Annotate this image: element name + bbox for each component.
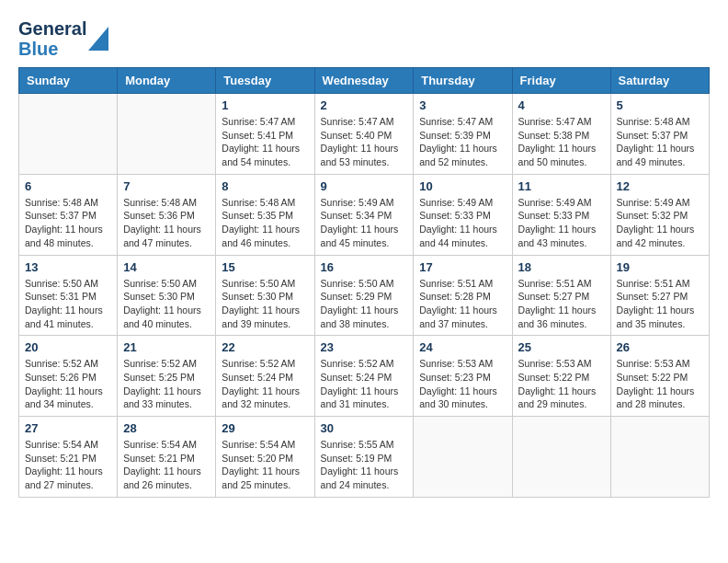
calendar-cell: 5Sunrise: 5:48 AMSunset: 5:37 PMDaylight… <box>610 94 709 175</box>
calendar-cell: 11Sunrise: 5:49 AMSunset: 5:33 PMDayligh… <box>512 174 610 255</box>
calendar-week-row: 13Sunrise: 5:50 AMSunset: 5:31 PMDayligh… <box>19 255 710 336</box>
day-number: 26 <box>617 340 703 354</box>
calendar-cell: 23Sunrise: 5:52 AMSunset: 5:24 PMDayligh… <box>314 336 414 417</box>
cell-info: Sunrise: 5:51 AMSunset: 5:27 PMDaylight:… <box>518 277 605 331</box>
day-number: 13 <box>25 260 111 274</box>
calendar-cell: 17Sunrise: 5:51 AMSunset: 5:28 PMDayligh… <box>414 255 512 336</box>
day-number: 14 <box>123 260 210 274</box>
calendar-cell: 9Sunrise: 5:49 AMSunset: 5:34 PMDaylight… <box>314 174 414 255</box>
calendar-cell <box>610 417 709 498</box>
day-number: 17 <box>419 260 506 274</box>
day-number: 18 <box>518 260 605 274</box>
cell-info: Sunrise: 5:53 AMSunset: 5:22 PMDaylight:… <box>518 357 605 411</box>
calendar-week-row: 1Sunrise: 5:47 AMSunset: 5:41 PMDaylight… <box>19 94 710 175</box>
calendar-cell: 7Sunrise: 5:48 AMSunset: 5:36 PMDaylight… <box>118 174 216 255</box>
calendar-cell: 21Sunrise: 5:52 AMSunset: 5:25 PMDayligh… <box>118 336 216 417</box>
cell-info: Sunrise: 5:53 AMSunset: 5:22 PMDaylight:… <box>617 357 703 411</box>
cell-info: Sunrise: 5:54 AMSunset: 5:21 PMDaylight:… <box>25 438 111 492</box>
day-number: 24 <box>419 340 506 354</box>
calendar-cell: 4Sunrise: 5:47 AMSunset: 5:38 PMDaylight… <box>512 94 610 175</box>
day-number: 9 <box>321 179 408 193</box>
cell-info: Sunrise: 5:48 AMSunset: 5:35 PMDaylight:… <box>222 196 308 250</box>
day-number: 28 <box>123 421 210 435</box>
cell-info: Sunrise: 5:47 AMSunset: 5:39 PMDaylight:… <box>419 115 506 169</box>
calendar-cell: 20Sunrise: 5:52 AMSunset: 5:26 PMDayligh… <box>19 336 118 417</box>
cell-info: Sunrise: 5:52 AMSunset: 5:24 PMDaylight:… <box>222 357 308 411</box>
day-number: 12 <box>617 179 703 193</box>
calendar-cell: 18Sunrise: 5:51 AMSunset: 5:27 PMDayligh… <box>512 255 610 336</box>
day-number: 7 <box>123 179 210 193</box>
calendar-cell: 30Sunrise: 5:55 AMSunset: 5:19 PMDayligh… <box>314 417 414 498</box>
col-header-wednesday: Wednesday <box>314 68 414 94</box>
calendar-cell: 12Sunrise: 5:49 AMSunset: 5:32 PMDayligh… <box>610 174 709 255</box>
calendar-cell: 25Sunrise: 5:53 AMSunset: 5:22 PMDayligh… <box>512 336 610 417</box>
col-header-tuesday: Tuesday <box>216 68 314 94</box>
calendar-cell: 27Sunrise: 5:54 AMSunset: 5:21 PMDayligh… <box>19 417 118 498</box>
day-number: 4 <box>518 98 605 112</box>
day-number: 2 <box>321 98 408 112</box>
calendar-cell <box>118 94 216 175</box>
calendar-cell: 28Sunrise: 5:54 AMSunset: 5:21 PMDayligh… <box>118 417 216 498</box>
svg-marker-0 <box>88 27 108 51</box>
col-header-thursday: Thursday <box>414 68 512 94</box>
cell-info: Sunrise: 5:52 AMSunset: 5:25 PMDaylight:… <box>123 357 210 411</box>
calendar-cell: 26Sunrise: 5:53 AMSunset: 5:22 PMDayligh… <box>610 336 709 417</box>
col-header-sunday: Sunday <box>19 68 118 94</box>
logo-triangle-icon <box>88 27 108 51</box>
calendar-cell: 22Sunrise: 5:52 AMSunset: 5:24 PMDayligh… <box>216 336 314 417</box>
col-header-monday: Monday <box>118 68 216 94</box>
cell-info: Sunrise: 5:50 AMSunset: 5:30 PMDaylight:… <box>222 277 308 331</box>
calendar-cell: 6Sunrise: 5:48 AMSunset: 5:37 PMDaylight… <box>19 174 118 255</box>
day-number: 1 <box>222 98 308 112</box>
calendar-cell: 16Sunrise: 5:50 AMSunset: 5:29 PMDayligh… <box>314 255 414 336</box>
day-number: 5 <box>617 98 703 112</box>
calendar-week-row: 6Sunrise: 5:48 AMSunset: 5:37 PMDaylight… <box>19 174 710 255</box>
calendar-table: SundayMondayTuesdayWednesdayThursdayFrid… <box>18 67 710 498</box>
logo: General Blue <box>18 18 108 58</box>
calendar-cell <box>512 417 610 498</box>
calendar-cell <box>414 417 512 498</box>
day-number: 20 <box>25 340 111 354</box>
day-number: 10 <box>419 179 506 193</box>
cell-info: Sunrise: 5:49 AMSunset: 5:33 PMDaylight:… <box>419 196 506 250</box>
cell-info: Sunrise: 5:54 AMSunset: 5:20 PMDaylight:… <box>222 438 308 492</box>
day-number: 23 <box>321 340 408 354</box>
cell-info: Sunrise: 5:49 AMSunset: 5:32 PMDaylight:… <box>617 196 703 250</box>
calendar-header-row: SundayMondayTuesdayWednesdayThursdayFrid… <box>19 68 710 94</box>
calendar-cell <box>19 94 118 175</box>
day-number: 6 <box>25 179 111 193</box>
cell-info: Sunrise: 5:47 AMSunset: 5:38 PMDaylight:… <box>518 115 605 169</box>
calendar-cell: 15Sunrise: 5:50 AMSunset: 5:30 PMDayligh… <box>216 255 314 336</box>
col-header-friday: Friday <box>512 68 610 94</box>
day-number: 29 <box>222 421 308 435</box>
calendar-cell: 8Sunrise: 5:48 AMSunset: 5:35 PMDaylight… <box>216 174 314 255</box>
calendar-cell: 14Sunrise: 5:50 AMSunset: 5:30 PMDayligh… <box>118 255 216 336</box>
cell-info: Sunrise: 5:47 AMSunset: 5:41 PMDaylight:… <box>222 115 308 169</box>
day-number: 11 <box>518 179 605 193</box>
day-number: 30 <box>321 421 408 435</box>
calendar-cell: 2Sunrise: 5:47 AMSunset: 5:40 PMDaylight… <box>314 94 414 175</box>
calendar-cell: 29Sunrise: 5:54 AMSunset: 5:20 PMDayligh… <box>216 417 314 498</box>
cell-info: Sunrise: 5:52 AMSunset: 5:24 PMDaylight:… <box>321 357 408 411</box>
day-number: 3 <box>419 98 506 112</box>
cell-info: Sunrise: 5:49 AMSunset: 5:33 PMDaylight:… <box>518 196 605 250</box>
cell-info: Sunrise: 5:51 AMSunset: 5:28 PMDaylight:… <box>419 277 506 331</box>
cell-info: Sunrise: 5:49 AMSunset: 5:34 PMDaylight:… <box>321 196 408 250</box>
cell-info: Sunrise: 5:48 AMSunset: 5:37 PMDaylight:… <box>617 115 703 169</box>
cell-info: Sunrise: 5:54 AMSunset: 5:21 PMDaylight:… <box>123 438 210 492</box>
calendar-cell: 1Sunrise: 5:47 AMSunset: 5:41 PMDaylight… <box>216 94 314 175</box>
calendar-week-row: 27Sunrise: 5:54 AMSunset: 5:21 PMDayligh… <box>19 417 710 498</box>
calendar-cell: 13Sunrise: 5:50 AMSunset: 5:31 PMDayligh… <box>19 255 118 336</box>
cell-info: Sunrise: 5:50 AMSunset: 5:31 PMDaylight:… <box>25 277 111 331</box>
page-header: General Blue <box>18 18 710 58</box>
cell-info: Sunrise: 5:47 AMSunset: 5:40 PMDaylight:… <box>321 115 408 169</box>
day-number: 8 <box>222 179 308 193</box>
cell-info: Sunrise: 5:50 AMSunset: 5:30 PMDaylight:… <box>123 277 210 331</box>
calendar-cell: 10Sunrise: 5:49 AMSunset: 5:33 PMDayligh… <box>414 174 512 255</box>
calendar-cell: 24Sunrise: 5:53 AMSunset: 5:23 PMDayligh… <box>414 336 512 417</box>
day-number: 21 <box>123 340 210 354</box>
cell-info: Sunrise: 5:53 AMSunset: 5:23 PMDaylight:… <box>419 357 506 411</box>
day-number: 16 <box>321 260 408 274</box>
col-header-saturday: Saturday <box>610 68 709 94</box>
day-number: 22 <box>222 340 308 354</box>
